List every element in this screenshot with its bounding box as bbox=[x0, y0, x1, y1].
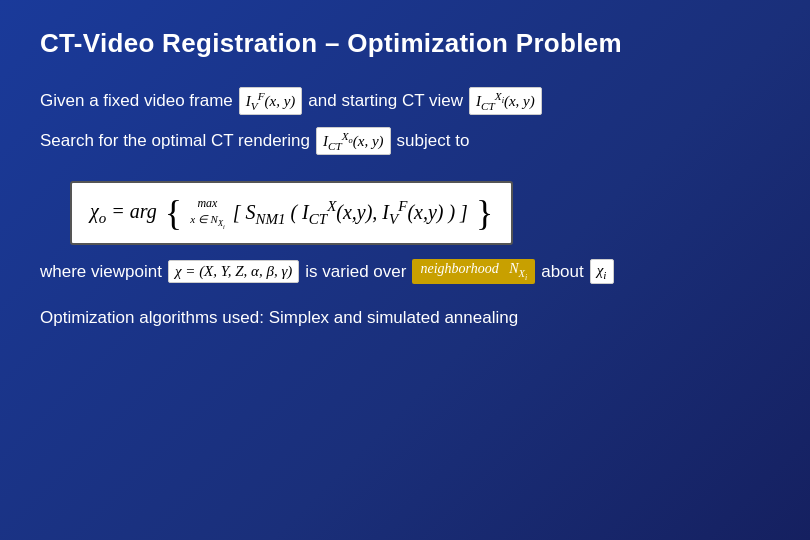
formula-chi-o: χo = arg bbox=[90, 200, 157, 227]
line3-middle: is varied over bbox=[305, 262, 406, 282]
line3-about: about bbox=[541, 262, 584, 282]
line2-suffix: subject to bbox=[397, 131, 470, 151]
formula-chi-params: χ = (X, Y, Z, α, β, γ) bbox=[168, 260, 299, 283]
formula-brace-close: } bbox=[476, 195, 493, 231]
formula-ivf: IVF(x, y) bbox=[239, 87, 303, 115]
line2-prefix: Search for the optimal CT rendering bbox=[40, 131, 310, 151]
line3-prefix: where viewpoint bbox=[40, 262, 162, 282]
line1-middle: and starting CT view bbox=[308, 91, 463, 111]
line3: where viewpoint χ = (X, Y, Z, α, β, γ) i… bbox=[40, 259, 770, 284]
formula-brace-open: { bbox=[165, 195, 182, 231]
formula-inner: max x ∈ NXi bbox=[190, 196, 225, 230]
line2: Search for the optimal CT rendering ICTX… bbox=[40, 127, 770, 155]
main-formula: χo = arg { max x ∈ NXi [ SNM1 ( ICTX(x,y… bbox=[90, 195, 493, 231]
slide-title: CT-Video Registration – Optimization Pro… bbox=[40, 28, 770, 59]
main-formula-container: χo = arg { max x ∈ NXi [ SNM1 ( ICTX(x,y… bbox=[70, 181, 513, 245]
formula-ict-xo: ICTXo(x, y) bbox=[316, 127, 391, 155]
line1-prefix: Given a fixed video frame bbox=[40, 91, 233, 111]
formula-chi-i: χi bbox=[590, 259, 614, 284]
formula-ict-xi: ICTXi(x, y) bbox=[469, 87, 542, 115]
formula-bracket: [ SNM1 ( ICTX(x,y), IVF(x,y) ) ] bbox=[233, 198, 468, 228]
bottom-text: Optimization algorithms used: Simplex an… bbox=[40, 308, 770, 328]
slide: CT-Video Registration – Optimization Pro… bbox=[0, 0, 810, 540]
line1: Given a fixed video frame IVF(x, y) and … bbox=[40, 87, 770, 115]
neighborhood-formula: neighborhood NXi bbox=[412, 259, 535, 284]
